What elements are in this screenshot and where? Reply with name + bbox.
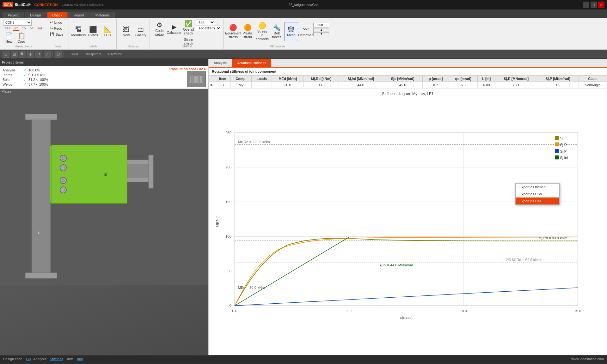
svg-text:Sj,P: Sj,P xyxy=(560,149,567,153)
toolbar-separator xyxy=(52,52,53,57)
maximize-button[interactable]: □ xyxy=(591,2,597,8)
export-csv-item[interactable]: Export as CSV xyxy=(516,191,559,197)
members-button[interactable]: 🏗 Members xyxy=(71,22,85,41)
calculate-button[interactable]: ▶ Calculate xyxy=(167,20,181,39)
expand-cell[interactable]: ▶ xyxy=(209,82,215,88)
tab-check[interactable]: Check xyxy=(47,12,68,18)
code-setup-button[interactable]: ⚙ Code setup xyxy=(152,20,166,39)
tab-rotational-stiffness[interactable]: Rotational stiffness xyxy=(232,59,271,67)
tab-analysis[interactable]: Analysis xyxy=(209,59,232,67)
conn-selector-row: CON3 xyxy=(3,20,32,26)
pan-button[interactable]: ✛ xyxy=(27,51,34,58)
design-code-val[interactable]: EN xyxy=(26,357,31,361)
tab-cd[interactable]: CD xyxy=(20,26,28,31)
plates-icon: ⬛ xyxy=(89,26,97,33)
copy-button[interactable]: 📋 Copy xyxy=(16,32,27,44)
svg-text:250: 250 xyxy=(225,131,231,135)
minimize-button[interactable]: — xyxy=(583,2,589,8)
new-button[interactable]: 📄 New xyxy=(3,32,15,44)
plastic-strain-button[interactable]: 🟠 Plastic strain xyxy=(241,22,254,41)
ribbon-group-cbfem: ⚙ Code setup ▶ Calculate ✅ Overall check… xyxy=(150,19,224,49)
tab-fat[interactable]: FAT xyxy=(36,26,44,31)
lcs-button[interactable]: 📐 LCS xyxy=(101,22,114,41)
undo-button[interactable]: ↩ Undo xyxy=(49,20,63,25)
med-cell: 30.0 xyxy=(272,82,304,88)
view-wireframe[interactable]: Wireframe xyxy=(105,52,125,57)
deformed-button[interactable]: 〰 Deformed xyxy=(299,22,313,41)
svg-text:M[kNm]: M[kNm] xyxy=(215,215,219,227)
model-thumbnail xyxy=(187,71,206,87)
website[interactable]: www.ideastatica.com xyxy=(571,357,604,361)
ribbon: CON3 EPS ST CD DR FAT 📄 New 📋 Copy xyxy=(0,18,607,50)
col-expand xyxy=(209,76,215,82)
svg-text:MEd = 30.0 kNm: MEd = 30.0 kNm xyxy=(238,286,265,289)
le1-select[interactable]: LE1 xyxy=(196,20,215,25)
gallery-icon: 🗃 xyxy=(138,26,144,33)
window-title: 22_fatigue.ideaCon xyxy=(288,3,318,7)
svg-rect-1 xyxy=(192,75,193,84)
redo-button[interactable]: ↪ Redo xyxy=(49,26,63,31)
plates-result: Plates ✓ 0.1 < 5.0% xyxy=(3,73,48,77)
shape-button[interactable]: ⬡ xyxy=(55,51,62,58)
fe-value-input[interactable] xyxy=(313,23,329,27)
tab-materials[interactable]: Materials xyxy=(90,12,115,18)
search-button[interactable]: 🔍 xyxy=(19,51,26,58)
analysis-val[interactable]: Stiffness xyxy=(50,357,63,361)
view-transparent[interactable]: Transparent xyxy=(82,52,104,57)
viewport[interactable]: ⬡ ⬡ ⬡ ⬡ B C Plates xyxy=(0,89,208,355)
tab-design[interactable]: Design xyxy=(25,12,46,18)
value-down[interactable]: ▼ xyxy=(313,32,329,36)
left-panel: Project items Analysis ✓ 100.0% Plates ✓… xyxy=(0,59,209,355)
mesh-button[interactable]: 🕸 Mesh xyxy=(284,22,298,41)
rotate-button[interactable]: ↺ xyxy=(35,51,42,58)
labels-group-label: Labels xyxy=(70,45,116,48)
plates-button[interactable]: ⬛ Plates xyxy=(86,22,100,41)
production-cost-label: Production cost • 42 € xyxy=(169,67,206,71)
value-up[interactable]: ▲ xyxy=(313,28,329,32)
tab-st[interactable]: ST xyxy=(13,26,20,31)
for-extreme-select[interactable]: For extreme xyxy=(196,26,221,31)
tab-dr[interactable]: DR xyxy=(28,26,35,31)
table-row[interactable]: ▶ B My LE1 30.0 93.9 44.0 45.0 0.7 6.3 6… xyxy=(209,82,607,88)
save-button[interactable]: 💾 Save xyxy=(49,32,64,37)
code-setup-icon: ⚙ xyxy=(156,22,162,28)
results-list: Analysis ✓ 100.0% Plates ✓ 0.1 < 5.0% Bo… xyxy=(3,68,48,87)
class-cell: Semi-rigid xyxy=(579,82,607,88)
bolt-forces-button[interactable]: 🔩 Bolt forces xyxy=(270,22,284,41)
units-val[interactable]: mm xyxy=(77,357,83,361)
svg-text:5.0: 5.0 xyxy=(346,309,352,313)
close-button[interactable]: ✕ xyxy=(598,2,604,8)
overall-check-button[interactable]: ✅ Overall check xyxy=(181,20,195,36)
svg-text:10.0: 10.0 xyxy=(460,309,467,313)
home-button[interactable]: ⌂ xyxy=(3,51,9,58)
view-solid[interactable]: Solid xyxy=(68,52,80,57)
gallery-button[interactable]: 🗃 Gallery xyxy=(134,22,148,41)
col-phi: φ [mrad] xyxy=(422,76,449,82)
svg-text:15.0: 15.0 xyxy=(574,309,581,313)
deformed-icon: 〰 xyxy=(303,26,309,33)
logo-text: IDEA xyxy=(4,3,12,7)
svg-text:100: 100 xyxy=(225,234,231,238)
svg-rect-63 xyxy=(555,155,559,159)
svg-text:0.0: 0.0 xyxy=(232,309,237,313)
fit-button[interactable]: ⤢ xyxy=(44,51,51,58)
sjp-cell: 1.5 xyxy=(537,82,579,88)
welds-result: Welds ✓ 57.7 < 100% xyxy=(3,82,48,87)
tab-report[interactable]: Report xyxy=(68,12,89,18)
statusbar: Design code: EN Analysis: Stiffness Unit… xyxy=(0,355,607,362)
stress-contacts-button[interactable]: 🟡 Stress in contacts xyxy=(255,21,269,42)
cbfem-group-label: CBFEM xyxy=(150,45,223,48)
new-picture-button[interactable]: 🖼 New xyxy=(119,22,133,41)
tab-eps[interactable]: EPS xyxy=(3,26,12,31)
equivalent-stress-button[interactable]: 🔴 Equivalent stress xyxy=(226,22,240,41)
svg-rect-4 xyxy=(32,114,51,278)
data-group-content: ↩ Undo ↪ Redo 💾 Save xyxy=(49,20,64,48)
svg-rect-24 xyxy=(235,133,578,306)
tab-project[interactable]: Project xyxy=(3,12,24,18)
analysis-check-icon: ✓ xyxy=(23,68,27,72)
export-bitmap-item[interactable]: Export as bitmap xyxy=(516,184,559,191)
zoom-fit-button[interactable]: ⊡ xyxy=(11,51,18,58)
calculate-icon: ▶ xyxy=(172,24,176,30)
export-dxf-item[interactable]: Export as DXF xyxy=(516,197,559,204)
connection-select[interactable]: CON3 xyxy=(3,20,32,26)
